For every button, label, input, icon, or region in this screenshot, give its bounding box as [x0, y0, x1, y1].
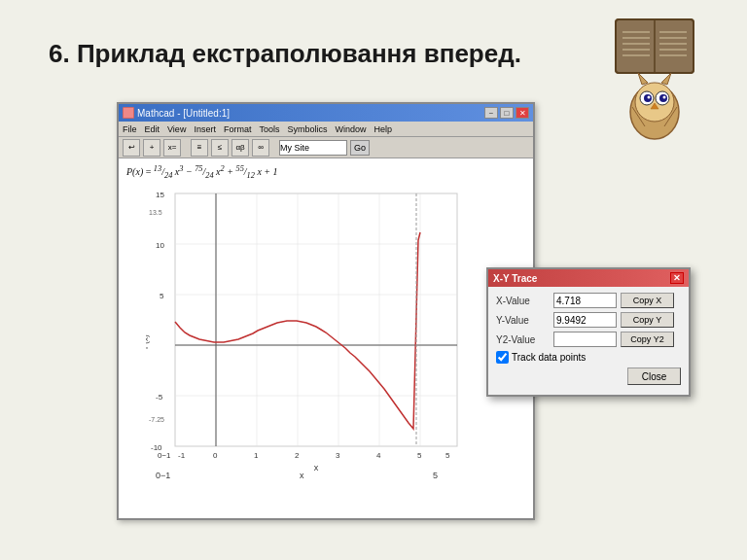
svg-point-19	[648, 96, 651, 99]
copy-y-btn[interactable]: Copy Y	[621, 312, 674, 328]
menu-window[interactable]: Window	[335, 124, 366, 134]
formula-display: P(x) = 13/24 x3 − 75/24 x2 + 55/12 x + 1	[126, 164, 525, 180]
graph-area: 15 10 5 -5 -10 13.5 -7.25 0 1 2 3 4 5 -1…	[146, 184, 477, 475]
titlebar-left: Mathcad - [Untitled:1]	[123, 107, 230, 119]
dialog-close-main-btn[interactable]: Close	[627, 368, 681, 385]
dialog-title: X-Y Trace	[493, 273, 537, 284]
x-value-label: X-Value	[496, 296, 550, 306]
dialog-title-close-btn[interactable]: ✕	[670, 272, 684, 284]
toolbar-btn-4[interactable]: ≡	[191, 139, 208, 157]
track-row: Track data points	[496, 351, 681, 364]
svg-text:-5: -5	[156, 393, 163, 402]
svg-text:-7.25: -7.25	[149, 416, 164, 423]
toolbar-btn-2[interactable]: +	[143, 139, 160, 157]
svg-text:x: x	[314, 463, 319, 472]
toolbar-go-btn[interactable]: Go	[350, 140, 370, 156]
menu-help[interactable]: Help	[374, 124, 392, 134]
menu-bar: File Edit View Insert Format Tools Symbo…	[119, 122, 533, 137]
svg-text:P(x): P(x)	[146, 334, 150, 349]
toolbar-btn-7[interactable]: ∞	[252, 139, 269, 157]
y-value-input[interactable]	[553, 312, 617, 328]
svg-text:15: 15	[156, 191, 164, 199]
window-content: P(x) = 13/24 x3 − 75/24 x2 + 55/12 x + 1	[119, 158, 533, 518]
svg-text:5: 5	[417, 451, 422, 460]
svg-text:0−1: 0−1	[158, 451, 171, 460]
window-titlebar: Mathcad - [Untitled:1] − □ ✕	[119, 104, 533, 122]
window-title: Mathcad - [Untitled:1]	[137, 108, 230, 119]
track-checkbox[interactable]	[496, 351, 509, 364]
mathcad-window: Mathcad - [Untitled:1] − □ ✕ File Edit V…	[117, 102, 535, 520]
toolbar-site-input[interactable]	[279, 140, 347, 156]
toolbar-btn-1[interactable]: ↩	[123, 139, 140, 157]
close-btn[interactable]: ✕	[516, 107, 529, 119]
menu-insert[interactable]: Insert	[194, 124, 216, 134]
maximize-btn[interactable]: □	[500, 107, 514, 119]
dialog-titlebar: X-Y Trace ✕	[488, 269, 689, 287]
svg-text:10: 10	[156, 241, 164, 250]
menu-symbolics[interactable]: Symbolics	[287, 124, 327, 134]
svg-text:0: 0	[213, 451, 218, 460]
dialog-footer: Close	[496, 368, 681, 389]
svg-text:2: 2	[295, 451, 300, 460]
menu-view[interactable]: View	[167, 124, 186, 134]
svg-text:13.5: 13.5	[149, 209, 162, 216]
svg-marker-23	[661, 73, 671, 85]
x-value-row: X-Value Copy X	[496, 293, 681, 308]
track-label: Track data points	[512, 352, 586, 363]
xy-trace-dialog: X-Y Trace ✕ X-Value Copy X Y-Value Copy …	[486, 267, 691, 397]
x-value-input[interactable]	[553, 293, 617, 308]
y-value-row: Y-Value Copy Y	[496, 312, 681, 328]
app-icon	[123, 107, 134, 119]
y-value-label: Y-Value	[496, 315, 550, 326]
svg-text:-1: -1	[178, 451, 186, 460]
copy-x-btn[interactable]: Copy X	[621, 293, 674, 308]
page-title: 6. Приклад екстраполювання вперед.	[49, 39, 521, 69]
window-controls[interactable]: − □ ✕	[484, 107, 529, 119]
svg-rect-26	[175, 193, 457, 446]
svg-text:5: 5	[160, 292, 164, 300]
svg-text:1: 1	[254, 451, 259, 460]
svg-text:4: 4	[376, 451, 381, 460]
menu-file[interactable]: File	[123, 124, 137, 134]
toolbar-btn-3[interactable]: x=	[163, 139, 181, 157]
y2-value-input[interactable]	[553, 332, 617, 347]
svg-point-20	[663, 96, 666, 99]
minimize-btn[interactable]: −	[484, 107, 498, 119]
y2-value-label: Y2-Value	[496, 334, 550, 345]
toolbar: ↩ + x= ≡ ≤ αβ ∞ Go	[119, 137, 533, 158]
toolbar-btn-5[interactable]: ≤	[211, 139, 229, 157]
svg-marker-22	[638, 73, 648, 85]
owl-illustration	[611, 15, 698, 141]
menu-edit[interactable]: Edit	[145, 124, 160, 134]
svg-text:5: 5	[445, 451, 450, 460]
copy-y2-btn[interactable]: Copy Y2	[621, 332, 674, 347]
svg-text:3: 3	[336, 451, 340, 460]
menu-tools[interactable]: Tools	[259, 124, 279, 134]
toolbar-btn-6[interactable]: αβ	[231, 139, 249, 157]
graph-svg: 15 10 5 -5 -10 13.5 -7.25 0 1 2 3 4 5 -1…	[146, 184, 477, 475]
menu-format[interactable]: Format	[224, 124, 252, 134]
dialog-body: X-Value Copy X Y-Value Copy Y Y2-Value C…	[488, 287, 689, 395]
y2-value-row: Y2-Value Copy Y2	[496, 332, 681, 347]
